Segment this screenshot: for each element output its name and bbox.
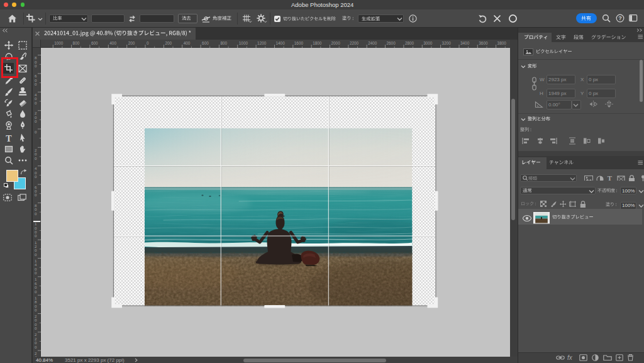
svg-text:T: T <box>6 134 12 143</box>
svg-text:0: 0 <box>35 193 37 197</box>
svg-text:800: 800 <box>72 41 79 45</box>
svg-text:0: 0 <box>35 344 37 349</box>
svg-text:0: 0 <box>35 129 37 133</box>
svg-text:1800: 1800 <box>313 41 322 45</box>
svg-text:3200: 3200 <box>441 41 451 45</box>
svg-text:0: 0 <box>35 233 37 238</box>
svg-text:600: 600 <box>91 41 97 45</box>
svg-text:0: 0 <box>35 100 37 104</box>
svg-text:1400: 1400 <box>275 41 285 45</box>
svg-text:0: 0 <box>35 252 37 256</box>
svg-text:2200: 2200 <box>349 41 358 45</box>
svg-text:0: 0 <box>35 119 37 123</box>
svg-text:?: ? <box>618 15 622 21</box>
svg-text:3800: 3800 <box>497 41 506 45</box>
svg-text:3000: 3000 <box>423 41 433 45</box>
svg-text:1000: 1000 <box>54 41 64 45</box>
svg-text:200: 200 <box>165 41 172 45</box>
svg-text:1600: 1600 <box>294 41 303 45</box>
svg-text:0: 0 <box>147 41 149 45</box>
svg-text:0: 0 <box>35 289 37 293</box>
svg-text:0: 0 <box>35 82 37 86</box>
svg-text:0: 0 <box>35 271 37 275</box>
svg-text:0: 0 <box>35 174 37 179</box>
svg-text:1000: 1000 <box>238 41 248 45</box>
svg-text:3600: 3600 <box>479 41 488 45</box>
svg-text:0: 0 <box>35 155 37 160</box>
svg-text:2800: 2800 <box>404 41 414 45</box>
svg-text:2600: 2600 <box>386 41 396 45</box>
svg-text:2400: 2400 <box>368 41 377 45</box>
svg-text:1200: 1200 <box>257 41 267 45</box>
svg-text:2000: 2000 <box>331 41 340 45</box>
svg-text:0: 0 <box>35 307 37 311</box>
svg-text:600: 600 <box>202 41 209 45</box>
svg-text:400: 400 <box>109 41 116 45</box>
svg-text:T: T <box>608 174 613 181</box>
svg-text:0: 0 <box>35 63 37 67</box>
svg-text:3400: 3400 <box>460 41 470 45</box>
svg-text:0: 0 <box>35 326 37 330</box>
svg-text:0: 0 <box>35 211 37 215</box>
svg-text:800: 800 <box>220 41 227 45</box>
svg-text:200: 200 <box>128 41 135 45</box>
svg-text:400: 400 <box>183 41 190 45</box>
svg-text:fx: fx <box>567 354 573 361</box>
